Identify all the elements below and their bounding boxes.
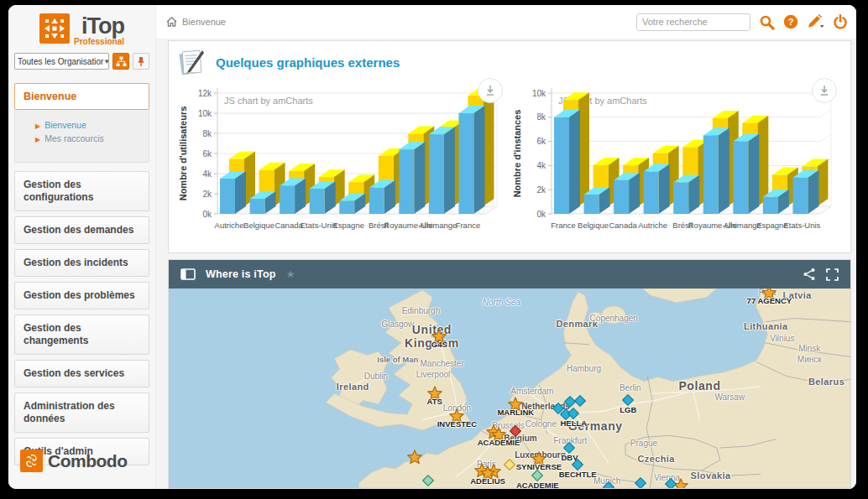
- map-marker-label: MARLINK: [497, 408, 534, 417]
- svg-text:Etats-Unis: Etats-Unis: [301, 221, 337, 230]
- power-icon: [833, 14, 848, 29]
- map-title: Where is iTop: [206, 268, 276, 280]
- bullet-arrow-icon: ▶: [35, 122, 40, 130]
- map-marker-label: BECHTLE: [559, 470, 597, 479]
- map-marker-diamond[interactable]: [635, 477, 646, 488]
- org-hierarchy-button[interactable]: [112, 53, 129, 70]
- map-marker-diamond[interactable]: [422, 475, 434, 486]
- map-marker-diamond[interactable]: [574, 395, 586, 407]
- app-window: iTop Professional Toutes les Organisatio…: [8, 5, 856, 489]
- map-marker-label: INVESTEC: [437, 419, 478, 429]
- help-button[interactable]: ?: [783, 14, 798, 29]
- svg-text:Belgique: Belgique: [243, 221, 275, 230]
- svg-text:2k: 2k: [202, 190, 212, 199]
- home-icon: [166, 17, 177, 27]
- map-marker-diamond-bechtle[interactable]: BECHTLE: [572, 459, 583, 470]
- diamond-marker-icon: [574, 395, 586, 407]
- combodo-logo-icon: [20, 450, 43, 472]
- search-button[interactable]: [759, 14, 775, 30]
- share-button[interactable]: [803, 268, 816, 281]
- chart-users: 0k2k4k6k8k10k12kJS chart by amChartsNomb…: [175, 78, 510, 251]
- svg-text:?: ?: [788, 17, 794, 27]
- search-icon: [759, 14, 775, 30]
- sidebar-section[interactable]: Gestion des problèmes: [14, 282, 149, 309]
- map-marker-label: ATS: [427, 397, 442, 406]
- map-marker-star-g4s[interactable]: G4S: [431, 329, 447, 344]
- svg-text:Allemange: Allemange: [419, 221, 457, 230]
- svg-text:Nombre d'utilisateurs: Nombre d'utilisateurs: [178, 107, 188, 201]
- svg-text:12k: 12k: [198, 89, 212, 98]
- map-marker-label: G4S: [431, 340, 447, 349]
- chevron-down-icon: ▼: [103, 58, 109, 65]
- map-marker-label: ADELIUS: [470, 476, 505, 486]
- map-marker-diamond-hella[interactable]: HELLA: [567, 408, 579, 419]
- logout-button[interactable]: [833, 14, 848, 29]
- breadcrumb-label: Bienvenue: [182, 17, 226, 27]
- svg-text:10k: 10k: [532, 89, 546, 98]
- breadcrumb[interactable]: Bienvenue: [166, 17, 226, 27]
- sidebar-section[interactable]: Gestion des services: [14, 360, 149, 387]
- share-icon: [803, 268, 816, 281]
- map-marker-star-77-agency[interactable]: 77 AGENCY: [761, 288, 776, 300]
- page-title: Quelques graphiques externes: [216, 55, 400, 70]
- map-marker-diamond[interactable]: [665, 478, 677, 488]
- bullet-arrow-icon: ▶: [35, 136, 40, 143]
- document-pencil-icon: [177, 48, 207, 76]
- svg-text:JS chart by amCharts: JS chart by amCharts: [224, 96, 313, 106]
- sidebar-section[interactable]: Gestion des demandes: [14, 216, 149, 244]
- sidebar-section[interactable]: Administration des données: [14, 392, 149, 433]
- combodo-logo-text: Combodo: [48, 451, 127, 471]
- bar-chart-instances: 0k2k4k6k8k10kJS chart by amChartsNombre …: [510, 78, 844, 251]
- favorite-star-button[interactable]: ★: [286, 268, 295, 280]
- sidebar-sections: Gestion des configurationsGestion des de…: [14, 171, 149, 465]
- map-marker-diamond[interactable]: [510, 425, 521, 437]
- map-marker-label: HELLA: [560, 418, 587, 428]
- fullscreen-button[interactable]: [826, 268, 839, 281]
- download-icon: [818, 84, 831, 97]
- svg-text:Etats-Unis: Etats-Unis: [784, 221, 821, 230]
- map-marker-diamond[interactable]: [603, 481, 614, 488]
- map-marker-star-investec[interactable]: INVESTEC: [449, 408, 464, 424]
- map-marker-star-ats[interactable]: ATS: [427, 386, 442, 401]
- pin-menu-button[interactable]: [133, 53, 149, 70]
- map-canvas[interactable]: North SeaEdinburghGlasgowUnited KingdomI…: [169, 288, 850, 488]
- charts-panel: Quelques graphiques externes 0k2k4k6k8k1…: [168, 40, 851, 253]
- sidebar-item-label: Mes raccourcis: [44, 133, 104, 143]
- bar-chart-users: 0k2k4k6k8k10k12kJS chart by amChartsNomb…: [175, 78, 510, 251]
- sidebar-item-label: Bienvenue: [44, 120, 86, 130]
- sidebar: iTop Professional Toutes les Organisatio…: [8, 5, 156, 489]
- sidebar-section[interactable]: Gestion des changements: [14, 314, 149, 355]
- sidebar-section-bienvenue[interactable]: Bienvenue: [14, 83, 149, 110]
- edit-menu-button[interactable]: [807, 14, 824, 29]
- organization-select[interactable]: Toutes les Organisatior ▼: [14, 53, 109, 70]
- svg-text:France: France: [551, 221, 576, 230]
- sidebar-section[interactable]: Gestion des incidents: [14, 249, 149, 277]
- search-input[interactable]: [636, 13, 750, 31]
- map-marker-diamond-dbv[interactable]: DBV: [563, 442, 575, 454]
- sidebar-item-bienvenue[interactable]: ▶ Bienvenue: [35, 120, 144, 130]
- app-edition: Professional: [74, 37, 124, 46]
- sidebar-item-mes-raccourcis[interactable]: ▶ Mes raccourcis: [35, 133, 144, 143]
- map-marker-star-syniverse[interactable]: SYNIVERSE: [531, 451, 546, 466]
- svg-text:8k: 8k: [536, 112, 546, 122]
- collapse-panel-button[interactable]: [180, 268, 196, 280]
- map-marker-label: 77 AGENCY: [747, 296, 792, 305]
- map-marker-diamond[interactable]: [504, 459, 515, 470]
- map-marker-star-marlink[interactable]: MARLINK: [508, 397, 523, 412]
- chart-download-button[interactable]: [478, 78, 503, 103]
- map-marker-diamond-lgb[interactable]: LGB: [622, 394, 634, 406]
- map-marker-diamond-academie[interactable]: ACADEMIE: [531, 470, 543, 481]
- map-marker-star[interactable]: [407, 450, 422, 465]
- svg-text:0k: 0k: [536, 210, 546, 219]
- svg-text:0k: 0k: [202, 210, 212, 219]
- svg-text:6k: 6k: [202, 149, 212, 159]
- svg-text:Canada: Canada: [609, 221, 637, 230]
- svg-text:10k: 10k: [198, 109, 212, 118]
- topbar: Bienvenue ?: [156, 5, 856, 39]
- charts-row: 0k2k4k6k8k10k12kJS chart by amChartsNomb…: [175, 78, 844, 251]
- map-marker-star-adelius[interactable]: ADELIUS: [480, 465, 495, 481]
- itop-logo: iTop Professional: [8, 13, 155, 46]
- chart-download-button[interactable]: [812, 78, 837, 103]
- sidebar-section[interactable]: Gestion des configurations: [14, 171, 149, 211]
- map-marker-star-academie[interactable]: ACADEMIE: [491, 427, 506, 442]
